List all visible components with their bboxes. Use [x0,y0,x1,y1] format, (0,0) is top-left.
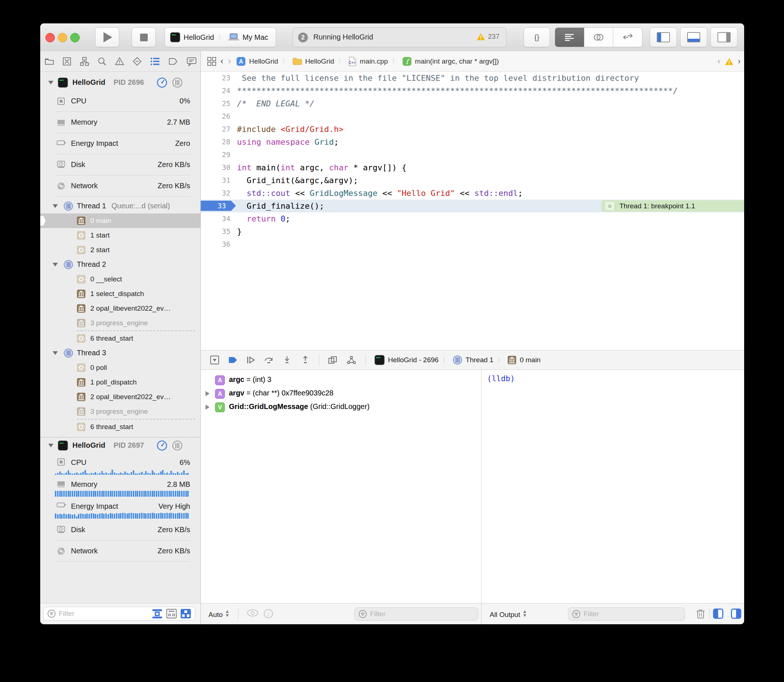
navigator-tab-issues-icon[interactable] [115,57,125,66]
console-filter-field[interactable]: Filter [568,607,685,621]
navigator-tab-find-icon[interactable] [97,57,107,66]
navigator-tab-debug-icon[interactable] [150,57,160,66]
code-line-31[interactable]: 31 Grid_init(&argc,&argv); [200,174,744,187]
navigator-tab-source-control-icon[interactable] [62,57,72,66]
code-line-30[interactable]: 30int main(int argc, char * argv[]) { [200,161,744,174]
metric-row-cpu[interactable]: CPU0% [40,91,200,112]
breadcrumb-frame[interactable]: 0 main [520,356,540,364]
line-number[interactable]: 28 [200,135,230,148]
stack-frame-row[interactable]: 2 opal_libevent2022_ev… [40,301,200,316]
back-button[interactable]: ‹ [220,56,224,66]
console-scope-dropdown[interactable]: All Output▲▼ [490,609,527,619]
variable-row[interactable]: Aargc = (int) 3 [200,373,481,387]
code-line-29[interactable]: 29 [200,148,744,161]
line-number[interactable]: 36 [200,238,230,251]
thread-row[interactable]: Thread 3 [40,346,200,360]
step-out-button[interactable] [300,356,310,364]
assistant-editor-button[interactable] [584,28,613,47]
zoom-window-button[interactable] [70,33,80,42]
stack-frame-row[interactable]: 3 progress_engine [40,316,200,330]
metric-row-memory[interactable]: Memory2.8 MB [40,475,200,497]
code-line-34[interactable]: 34 return 0; [200,212,744,225]
toggle-navigator-button[interactable] [650,27,677,47]
variables-filter-field[interactable]: Filter [354,607,478,621]
activity-status-bar[interactable]: 2 Running HelloGrid 237 [292,27,506,47]
line-number[interactable]: 26 [200,110,230,123]
variables-scope-dropdown[interactable]: Auto▲▼ [208,609,230,619]
stack-frame-row[interactable]: 2 start [40,243,200,257]
disclosure-triangle[interactable] [48,81,53,84]
process-row[interactable]: HelloGridPID 2696 [40,75,200,91]
metric-row-disk[interactable]: DiskZero KB/s [40,154,200,175]
breakpoint-badge[interactable]: 33 [200,201,231,211]
breakpoints-toggle-button[interactable] [228,356,238,364]
navigator-tab-project-icon[interactable] [45,57,54,66]
metric-row-energy-impact[interactable]: Energy ImpactZero [40,133,200,154]
process-row[interactable]: HelloGridPID 2697 [40,438,200,454]
metric-row-energy-impact[interactable]: Energy ImpactVery High [40,497,200,519]
view-mode-process-icon[interactable] [180,609,191,619]
code-line-24[interactable]: 24**************************************… [200,84,744,97]
breadcrumb-thread[interactable]: Thread 1 [466,356,493,364]
stack-frame-row[interactable]: 0 __select [40,272,200,287]
stack-frame-row[interactable]: 2 opal_libevent2022_ev… [40,390,200,404]
navigator-tab-reports-icon[interactable] [187,57,197,66]
jumpbar-item[interactable]: HelloGrid [305,57,334,65]
line-number[interactable]: 27 [200,123,230,135]
variable-row[interactable]: Aargv = (char **) 0x7ffee9039c28 [200,387,481,401]
stack-frame-row[interactable]: 1 select_dispatch [40,287,200,301]
stack-frame-row[interactable]: 0 main [40,214,200,228]
standard-editor-button[interactable] [555,28,584,47]
info-icon[interactable]: i [263,609,273,619]
toggle-inspectors-button[interactable] [711,27,738,47]
forward-button[interactable]: › [228,56,231,66]
console-view[interactable]: (lldb) [481,370,744,603]
line-number[interactable]: 35 [200,225,230,238]
code-line-33[interactable]: 33 Grid_finalize(); [200,199,744,212]
stack-frame-row[interactable]: 3 progress_engine [40,404,200,419]
code-line-32[interactable]: 32 std::cout << GridLogMessage << "Hello… [200,187,744,199]
navigator-tab-breakpoints-icon[interactable] [168,57,179,66]
code-line-28[interactable]: 28using namespace Grid; [200,135,744,148]
navigator-tab-symbols-icon[interactable] [80,57,89,66]
disclosure-triangle[interactable] [53,263,58,266]
warning-count[interactable]: 237 [488,32,500,41]
debug-breadcrumb[interactable]: HelloGrid - 2696 〉 Thread 1 〉 0 main [374,355,540,365]
disclosure-triangle[interactable] [53,351,58,355]
view-hierarchy-button[interactable] [328,355,337,364]
variables-console-divider[interactable] [481,370,482,624]
line-number[interactable]: 23 [200,72,230,84]
quicklook-icon[interactable] [246,609,259,617]
disclosure-triangle[interactable] [206,391,209,396]
clear-console-button[interactable] [696,608,706,619]
stack-frame-row[interactable]: 6 thread_start [40,331,200,346]
hide-debug-area-button[interactable] [210,355,219,365]
metric-row-cpu[interactable]: CPU6% [40,454,200,475]
metric-row-memory[interactable]: Memory2.7 MB [40,112,200,133]
disclosure-triangle[interactable] [53,204,58,208]
minimize-window-button[interactable] [58,33,67,42]
code-line-23[interactable]: 23 See the full license in the file "LIC… [200,72,744,84]
metric-row-network[interactable]: NetworkZero KB/s [40,540,200,562]
step-into-button[interactable] [282,356,292,364]
disclosure-triangle[interactable] [48,444,53,447]
navigator-tab-tests-icon[interactable] [133,57,142,66]
view-mode-flat-icon[interactable] [152,609,163,619]
jumpbar-item[interactable]: main(int argc, char * argv[]) [415,57,499,65]
code-line-26[interactable]: 26 [200,110,744,123]
navigator-filter-field[interactable]: Filter [43,607,195,621]
related-items-icon[interactable] [207,57,217,66]
prev-issue-button[interactable]: ‹ [717,57,720,66]
line-number[interactable]: 29 [200,148,230,161]
thread-row[interactable]: Thread 1Queue:...d (serial) [40,199,200,214]
jumpbar-item[interactable]: main.cpp [360,57,388,65]
code-structure-button[interactable]: {} [524,27,550,47]
continue-button[interactable] [246,356,255,364]
stack-frame-row[interactable]: 0 poll [40,360,200,375]
stop-button[interactable] [132,27,156,47]
line-number[interactable]: 24 [200,84,230,97]
toggle-debug-area-button[interactable] [680,27,707,47]
memory-graph-button[interactable] [346,355,356,364]
code-line-36[interactable]: 36 [200,238,744,251]
breadcrumb-process[interactable]: HelloGrid - 2696 [388,356,438,364]
